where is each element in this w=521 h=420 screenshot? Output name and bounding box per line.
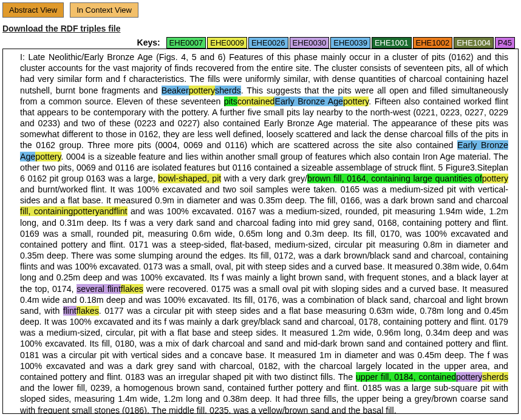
keys-label: Keys: bbox=[137, 38, 160, 47]
key-EHE1001[interactable]: EHE1001 bbox=[372, 37, 412, 49]
rdf-highlight: flint bbox=[63, 306, 77, 316]
rdf-highlight: Beaker bbox=[162, 86, 189, 95]
body-text: . 0177 was a circular pit with steep sid… bbox=[20, 306, 508, 382]
rdf-highlight: sherds bbox=[482, 372, 508, 382]
rdf-highlight: fill, containing bbox=[20, 206, 73, 216]
rdf-highlight: pottery bbox=[482, 174, 508, 183]
document-viewer[interactable]: I: Late Neolithic/Early Bronze Age (Figs… bbox=[2, 49, 519, 414]
rdf-highlight: upper fill, 0184, contained bbox=[356, 372, 456, 382]
rdf-highlight: bowl-shaped, pit bbox=[158, 174, 221, 183]
rdf-highlight: pottery bbox=[73, 206, 99, 216]
rdf-highlight: pottery bbox=[35, 152, 61, 161]
rdf-highlight: contained bbox=[237, 97, 275, 106]
rdf-highlight: Early Bronze Age bbox=[274, 97, 343, 106]
rdf-highlight: flint bbox=[114, 206, 127, 216]
key-EHE0039[interactable]: EHE0039 bbox=[330, 37, 370, 49]
in-context-view-button[interactable]: In Context View bbox=[70, 2, 138, 18]
rdf-highlight: sherds bbox=[215, 86, 241, 95]
key-P45[interactable]: P45 bbox=[495, 37, 515, 49]
key-EHE1004[interactable]: EHE1004 bbox=[454, 37, 494, 49]
abstract-view-button[interactable]: Abstract View bbox=[2, 2, 64, 18]
rdf-highlight: several flint bbox=[77, 284, 121, 294]
rdf-highlight: flakes bbox=[121, 284, 143, 294]
key-EHE1002[interactable]: EHE1002 bbox=[413, 37, 453, 49]
rdf-highlight: pottery bbox=[189, 86, 215, 95]
rdf-highlight: pits bbox=[224, 97, 237, 106]
key-EHE0026[interactable]: EHE0026 bbox=[248, 37, 288, 49]
toolbar: Abstract View In Context View bbox=[2, 2, 519, 18]
body-text: and the lower fill, 0239, a homogenous b… bbox=[20, 383, 508, 414]
rdf-highlight: brown fill, 0164, containing large quant… bbox=[307, 174, 482, 183]
rdf-highlight: pottery bbox=[456, 372, 482, 382]
key-EHE0030[interactable]: EHE0030 bbox=[290, 37, 330, 49]
body-text: and burnt/worked flint. It was 100% exca… bbox=[20, 185, 508, 205]
key-EHE0009[interactable]: EHE0009 bbox=[207, 37, 247, 49]
body-text: and was 100% excavated. 0167 was a mediu… bbox=[20, 206, 508, 293]
keys-row: Keys: EHE0007EHE0009EHE0026EHE0030EHE003… bbox=[2, 37, 519, 49]
rdf-highlight: pottery bbox=[343, 97, 369, 106]
rdf-highlight: and bbox=[100, 206, 114, 216]
download-rdf-link[interactable]: Download the RDF triples file bbox=[2, 24, 120, 33]
key-EHE0007[interactable]: EHE0007 bbox=[166, 37, 206, 49]
body-text: with a very dark grey/ bbox=[221, 174, 307, 183]
rdf-highlight: flakes bbox=[77, 306, 99, 316]
